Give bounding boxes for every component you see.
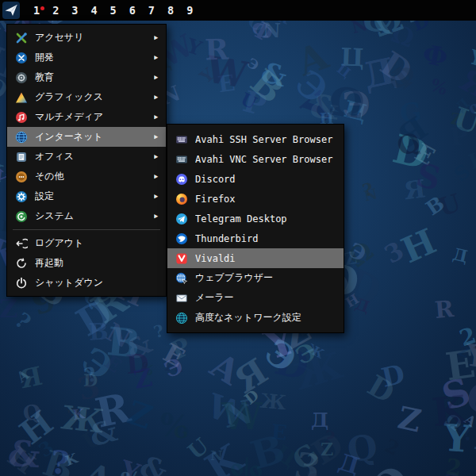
menu-categories: アクセサリ▶開発▶教育▶グラフィックス▶マルチメディア▶インターネット▶オフィス… [7, 28, 166, 226]
wallpaper-glyph: % [467, 94, 476, 126]
menu-item-reboot[interactable]: 再起動 [7, 253, 166, 273]
wallpaper-glyph: Ω [327, 81, 367, 125]
wallpaper-glyph: B [423, 193, 448, 219]
wallpaper-glyph: 3 [75, 370, 103, 405]
menu-item-vivaldi[interactable]: Vivaldi [167, 248, 344, 268]
wallpaper-glyph: E [159, 340, 189, 371]
settings-icon [15, 190, 28, 203]
menu-item-network-settings[interactable]: 高度なネットワーク設定 [167, 308, 344, 328]
workspace-switcher: 123456789 [27, 4, 199, 17]
menu-item-multimedia[interactable]: マルチメディア▶ [7, 107, 166, 127]
wallpaper-glyph: R [204, 34, 228, 63]
menu-item-label: ログアウト [35, 236, 158, 250]
workspace-7[interactable]: 7 [142, 4, 161, 17]
wallpaper-glyph: N [263, 21, 282, 41]
wallpaper-glyph: S [451, 161, 474, 185]
menu-separator [13, 229, 160, 230]
wallpaper-glyph: D [242, 387, 262, 407]
wallpaper-glyph: Z [456, 344, 470, 360]
menu-item-discord[interactable]: Discord [167, 169, 344, 189]
avahi-vnc-icon [175, 153, 188, 166]
wallpaper-glyph: D [71, 293, 118, 343]
menu-item-label: マルチメディア [35, 110, 147, 124]
wallpaper-glyph: 3 [381, 238, 408, 268]
wallpaper-glyph: G [398, 98, 423, 126]
wallpaper-glyph: Z [0, 296, 18, 321]
wallpaper-glyph: Д [454, 96, 472, 114]
wallpaper-glyph: Ц [340, 44, 364, 70]
wallpaper-glyph: Я [402, 176, 427, 203]
wallpaper-glyph: P [240, 86, 269, 121]
wallpaper-glyph: Y [464, 340, 476, 372]
submenu-arrow-icon: ▶ [154, 94, 158, 102]
wallpaper-glyph: ? [49, 446, 71, 476]
graphics-icon [15, 91, 28, 104]
wallpaper-glyph: B [244, 63, 290, 109]
menu-item-graphics[interactable]: グラフィックス▶ [7, 87, 166, 107]
menu-item-logout[interactable]: ログアウト [7, 233, 166, 253]
wallpaper-glyph: & [309, 90, 340, 125]
wallpaper-glyph: P [449, 124, 470, 150]
wallpaper-glyph: % [121, 470, 144, 476]
menu-item-other[interactable]: その他▶ [7, 167, 166, 186]
menu-item-label: 再起動 [35, 256, 158, 270]
workspace-3[interactable]: 3 [65, 4, 84, 17]
wallpaper-glyph: Ф [420, 40, 450, 71]
wallpaper-glyph: 2 [457, 324, 476, 351]
workspace-6[interactable]: 6 [123, 4, 142, 17]
wallpaper-glyph: Y [185, 36, 205, 59]
workspace-9[interactable]: 9 [180, 4, 199, 17]
workspace-8[interactable]: 8 [161, 4, 180, 17]
wallpaper-glyph: U [450, 103, 476, 139]
wallpaper-glyph: S [305, 467, 321, 476]
wallpaper-glyph: U [238, 90, 259, 112]
firefox-icon [175, 193, 188, 205]
workspace-5[interactable]: 5 [104, 4, 123, 17]
wallpaper-glyph: Ж [305, 342, 325, 361]
wallpaper-glyph: R [92, 387, 133, 434]
wallpaper-glyph: Э [342, 87, 370, 123]
wallpaper-glyph: Э [244, 56, 261, 74]
menu-launcher-button[interactable] [2, 2, 20, 19]
menu-item-firefox[interactable]: Firefox [167, 189, 344, 209]
wallpaper-glyph: D [390, 129, 432, 175]
workspace-4[interactable]: 4 [84, 4, 103, 17]
shutdown-icon [15, 277, 28, 290]
menu-item-internet[interactable]: インターネット▶ [7, 127, 166, 147]
workspace-2[interactable]: 2 [46, 4, 65, 17]
menu-item-label: Thunderbird [195, 233, 336, 244]
menu-item-thunderbird[interactable]: Thunderbird [167, 228, 344, 248]
menu-item-education[interactable]: 教育▶ [7, 67, 166, 87]
menu-item-office[interactable]: オフィス▶ [7, 147, 166, 167]
wallpaper-glyph: B [106, 322, 142, 364]
menu-item-web-browser[interactable]: ウェブブラウザー [167, 268, 344, 288]
menu-item-mailer[interactable]: メーラー [167, 288, 344, 308]
wallpaper-glyph: & [122, 329, 156, 364]
wallpaper-glyph: A [79, 457, 117, 476]
wallpaper-glyph: Я [393, 112, 432, 153]
menu-item-label: システム [35, 209, 147, 223]
wallpaper-glyph: ? [152, 322, 166, 341]
wallpaper-glyph: Я [228, 353, 273, 399]
menu-item-telegram[interactable]: Telegram Desktop [167, 209, 344, 228]
wallpaper-glyph: W [203, 51, 250, 94]
menu-item-system[interactable]: システム▶ [7, 206, 166, 226]
menu-item-development[interactable]: 開発▶ [7, 48, 166, 67]
accessories-icon [15, 32, 28, 44]
wallpaper-glyph: H [344, 292, 362, 310]
web-browser-icon [175, 272, 188, 285]
wallpaper-glyph: & [136, 451, 171, 476]
menu-item-avahi-ssh[interactable]: Avahi SSH Server Browser [167, 129, 344, 149]
wallpaper-glyph: Ж [60, 401, 106, 438]
menu-item-settings[interactable]: 設定▶ [7, 186, 166, 206]
menu-item-label: 設定 [35, 190, 147, 203]
menu-item-label: 開発 [35, 51, 147, 64]
menu-item-avahi-vnc[interactable]: Avahi VNC Server Browser [167, 149, 344, 169]
wallpaper-glyph: Э [161, 355, 186, 382]
menu-item-shutdown[interactable]: シャットダウン [7, 273, 166, 293]
submenu-arrow-icon: ▶ [154, 113, 158, 121]
menu-item-accessories[interactable]: アクセサリ▶ [7, 28, 166, 48]
submenu-arrow-icon: ▶ [154, 213, 158, 221]
wallpaper-glyph: Z [450, 110, 463, 128]
submenu-arrow-icon: ▶ [154, 153, 158, 161]
